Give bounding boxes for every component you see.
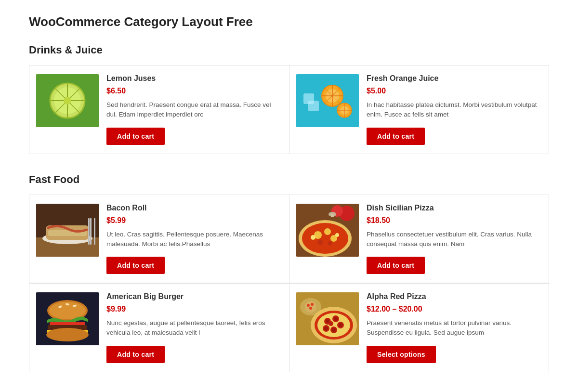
svg-point-42	[335, 233, 339, 237]
svg-point-39	[317, 239, 323, 245]
svg-point-37	[324, 228, 331, 235]
product-image-orange	[296, 74, 359, 127]
product-name-bacon: Bacon Roll	[106, 204, 279, 212]
product-name-orange: Fresh Orange Juice	[367, 74, 539, 83]
svg-rect-28	[94, 218, 95, 245]
product-description-burger: Nunc egestas, augue at pellentesque laor…	[106, 318, 279, 338]
bacon-svg	[36, 204, 99, 257]
product-name-burger: American Big Burger	[106, 292, 279, 301]
product-price-burger: $9.99	[106, 305, 279, 314]
select-options-alphapizza[interactable]: Select options	[367, 346, 436, 363]
svg-point-41	[311, 235, 315, 240]
product-image-sicilian	[296, 204, 359, 257]
svg-point-7	[64, 97, 71, 105]
product-card-alphapizza: Alpha Red Pizza $12.00 – $20.00 Praesent…	[289, 283, 549, 372]
svg-point-58	[309, 307, 312, 310]
product-info-bacon: Bacon Roll $5.99 Ut leo. Cras sagittis. …	[106, 204, 279, 274]
svg-rect-10	[308, 101, 319, 111]
svg-rect-26	[88, 218, 90, 245]
product-image-lemon	[36, 74, 99, 127]
products-grid-drinks: Lemon Juses $6.50 Sed hendrerit. Praesen…	[29, 65, 549, 154]
add-to-cart-burger[interactable]: Add to cart	[106, 346, 165, 363]
product-name-alphapizza: Alpha Red Pizza	[367, 292, 539, 301]
product-info-burger: American Big Burger $9.99 Nunc egestas, …	[106, 292, 279, 363]
svg-point-72	[324, 327, 328, 330]
svg-point-71	[332, 328, 336, 332]
category-section-drinks: Drinks & Juice	[29, 44, 549, 154]
product-description-alphapizza: Praesent venenatis metus at tortor pulvi…	[367, 318, 539, 338]
product-image-bacon	[36, 204, 99, 257]
svg-point-70	[339, 323, 342, 327]
product-card-lemon: Lemon Juses $6.50 Sed hendrerit. Praesen…	[29, 65, 289, 154]
pizza2-svg	[296, 292, 359, 345]
product-info-alphapizza: Alpha Red Pizza $12.00 – $20.00 Praesent…	[367, 292, 539, 363]
svg-point-56	[307, 304, 310, 307]
product-info-orange: Fresh Orange Juice $5.00 In hac habitass…	[367, 74, 539, 145]
product-price-lemon: $6.50	[106, 87, 279, 95]
product-card-burger: American Big Burger $9.99 Nunc egestas, …	[29, 283, 289, 372]
burger-svg	[36, 292, 99, 345]
category-title-drinks: Drinks & Juice	[29, 44, 549, 56]
product-description-bacon: Ut leo. Cras sagittis. Pellentesque posu…	[106, 230, 279, 249]
product-info-lemon: Lemon Juses $6.50 Sed hendrerit. Praesen…	[106, 74, 279, 145]
product-price-orange: $5.00	[367, 87, 539, 95]
product-image-burger	[36, 292, 99, 345]
product-price-bacon: $5.99	[106, 216, 279, 225]
product-image-alphapizza	[296, 292, 359, 345]
pizza1-svg	[296, 204, 359, 257]
svg-point-35	[302, 223, 348, 254]
product-description-sicilian: Phasellus consectetuer vestibulum elit. …	[367, 230, 539, 249]
orange-svg	[296, 74, 359, 127]
add-to-cart-bacon[interactable]: Add to cart	[106, 257, 165, 274]
add-to-cart-sicilian[interactable]: Add to cart	[367, 257, 425, 274]
add-to-cart-lemon[interactable]: Add to cart	[106, 128, 165, 145]
add-to-cart-orange[interactable]: Add to cart	[367, 128, 425, 145]
category-title-fastfood: Fast Food	[29, 173, 549, 186]
product-info-sicilian: Dish Sicilian Pizza $18.50 Phasellus con…	[367, 204, 539, 274]
svg-rect-33	[331, 214, 334, 217]
svg-point-52	[46, 328, 89, 341]
product-description-orange: In hac habitasse platea dictumst. Morbi …	[367, 100, 539, 120]
product-name-lemon: Lemon Juses	[106, 74, 279, 83]
product-description-lemon: Sed hendrerit. Praesent congue erat at m…	[106, 100, 279, 120]
category-section-fastfood: Fast Food	[29, 173, 549, 372]
svg-point-40	[328, 241, 332, 246]
product-price-alphapizza: $12.00 – $20.00	[367, 305, 539, 314]
page-title: WooCommerce Category Layout Free	[29, 14, 549, 29]
product-name-sicilian: Dish Sicilian Pizza	[367, 204, 539, 212]
svg-point-57	[311, 303, 314, 306]
product-card-orange: Fresh Orange Juice $5.00 In hac habitass…	[289, 65, 549, 154]
lemon-svg	[36, 74, 99, 127]
svg-point-69	[334, 317, 338, 321]
svg-rect-49	[50, 322, 85, 326]
svg-rect-27	[90, 218, 92, 245]
products-grid-fastfood: Bacon Roll $5.99 Ut leo. Cras sagittis. …	[29, 195, 549, 372]
product-card-sicilian: Dish Sicilian Pizza $18.50 Phasellus con…	[289, 195, 549, 284]
product-card-bacon: Bacon Roll $5.99 Ut leo. Cras sagittis. …	[29, 195, 289, 284]
product-price-sicilian: $18.50	[367, 216, 539, 225]
svg-point-68	[326, 319, 329, 323]
